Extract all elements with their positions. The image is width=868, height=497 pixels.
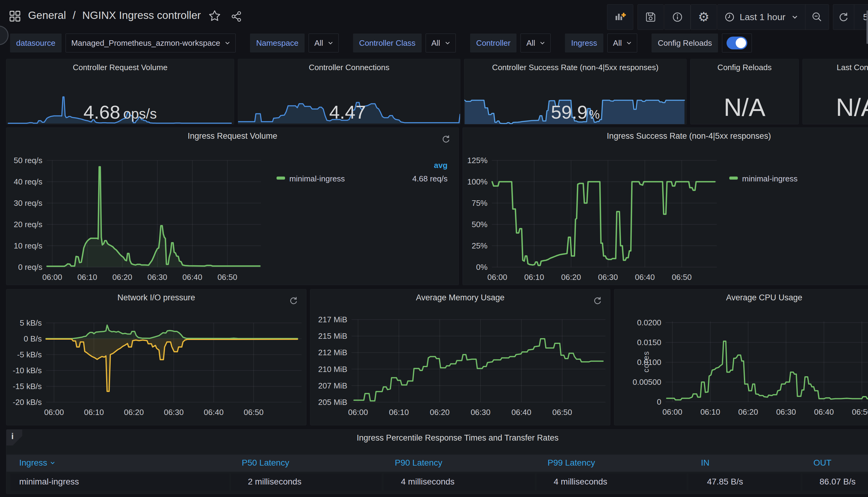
panel-ingress-request-volume[interactable]: 0 req/s10 req/s20 req/s30 req/s40 req/s5…: [6, 127, 459, 285]
column-header-p90[interactable]: P90 Latency: [395, 458, 442, 468]
stat-panel-config-reloads[interactable]: Config Reloads N/A: [690, 59, 799, 124]
svg-text:06:30: 06:30: [147, 273, 167, 282]
grafana-dashboard: General / NGINX Ingress controller: [0, 0, 868, 497]
save-icon: [645, 12, 656, 23]
svg-text:06:40: 06:40: [512, 408, 531, 417]
config-reloads-toggle[interactable]: [722, 33, 752, 53]
magnifier-minus-icon: [812, 12, 823, 23]
cpu-chart: 00.005000.01000.01500.020006:0006:1006:2…: [614, 289, 868, 425]
svg-text:06:10: 06:10: [84, 408, 104, 417]
panel-ingress-success-rate[interactable]: 0%25%50%75%100%125%06:0006:1006:2006:300…: [463, 127, 868, 285]
stat-panel-controller-connections[interactable]: Controller Connections 4.47: [238, 59, 460, 124]
save-dashboard-button[interactable]: [638, 4, 664, 30]
svg-text:06:00: 06:00: [663, 407, 682, 416]
svg-text:06:40: 06:40: [814, 407, 834, 416]
table-header-row: Ingress P50 Latency P90 Latency P99 Late…: [6, 455, 868, 472]
variable-label-controller: Controller: [470, 33, 517, 53]
legend-column-avg[interactable]: avg: [434, 161, 447, 170]
ingress-success-rate-chart: 0%25%50%75%100%125%06:0006:1006:2006:300…: [463, 128, 868, 285]
column-header-p50[interactable]: P50 Latency: [242, 458, 289, 468]
share-icon[interactable]: [231, 11, 242, 22]
svg-text:30 req/s: 30 req/s: [14, 199, 42, 208]
legend-series-label[interactable]: minimal-ingress: [289, 174, 345, 184]
stat-value: 4.68ops/s: [6, 98, 234, 124]
panel-title: Network I/O pressure: [6, 293, 306, 302]
svg-text:210 MiB: 210 MiB: [318, 365, 347, 374]
dashboard-insights-button[interactable]: [664, 4, 691, 30]
svg-text:06:10: 06:10: [77, 273, 97, 282]
chevron-down-icon: [627, 41, 631, 44]
stat-title: Last Config: [803, 63, 868, 72]
svg-text:0 req/s: 0 req/s: [18, 262, 43, 272]
svg-text:06:10: 06:10: [700, 407, 720, 416]
zoom-out-time-button[interactable]: [806, 4, 829, 30]
svg-text:06:40: 06:40: [182, 273, 202, 282]
star-icon[interactable]: [209, 10, 221, 22]
stat-panel-last-config[interactable]: Last Config N/A: [802, 59, 868, 124]
cell-in: 47.85 B/s: [707, 477, 743, 487]
svg-text:0%: 0%: [476, 262, 487, 272]
svg-text:10 req/s: 10 req/s: [14, 241, 42, 250]
controller-class-dropdown[interactable]: All: [426, 33, 456, 53]
datasource-dropdown[interactable]: Managed_Prometheus_azmon-workspace: [66, 33, 236, 53]
panel-title: Average Memory Usage: [310, 293, 610, 302]
svg-text:0.0200: 0.0200: [637, 318, 661, 327]
variables-row: datasource Managed_Prometheus_azmon-work…: [10, 33, 752, 53]
stat-panel-controller-success-rate[interactable]: Controller Success Rate (non-4|5xx respo…: [464, 59, 687, 124]
panel-average-cpu[interactable]: 00.005000.01000.01500.020006:0006:1006:2…: [614, 289, 868, 425]
svg-text:50%: 50%: [472, 220, 487, 229]
cell-p99: 4 milliseconds: [554, 477, 607, 487]
svg-text:-10 kB/s: -10 kB/s: [13, 366, 42, 375]
svg-text:06:40: 06:40: [635, 273, 655, 282]
help-button-partial[interactable]: [0, 26, 9, 45]
variable-label-ingress: Ingress: [565, 33, 603, 53]
add-panel-button[interactable]: [607, 4, 633, 30]
refresh-interval-picker[interactable]: 5s: [854, 4, 868, 30]
panel-network-io-pressure[interactable]: 5 kB/s0 B/s-5 kB/s-10 kB/s-15 kB/s-20 kB…: [6, 289, 307, 425]
controller-dropdown[interactable]: All: [521, 33, 551, 53]
panel-title: Ingress Request Volume: [6, 131, 458, 141]
namespace-dropdown[interactable]: All: [309, 33, 339, 53]
svg-text:06:00: 06:00: [348, 408, 368, 417]
controller-class-value: All: [431, 39, 440, 48]
svg-text:-5 kB/s: -5 kB/s: [17, 350, 42, 359]
page-title: NGINX Ingress controller: [82, 9, 201, 21]
svg-text:5 kB/s: 5 kB/s: [20, 318, 42, 327]
svg-text:06:30: 06:30: [598, 273, 618, 282]
panel-refresh-icon[interactable]: [441, 134, 451, 144]
stat-panel-controller-request-volume[interactable]: Controller Request Volume 4.68ops/s: [6, 59, 234, 124]
ingress-dropdown[interactable]: All: [607, 33, 638, 53]
svg-text:06:20: 06:20: [124, 408, 144, 417]
panel-average-memory[interactable]: 205 MiB207 MiB210 MiB212 MiB215 MiB217 M…: [310, 289, 610, 425]
svg-text:06:00: 06:00: [42, 273, 62, 282]
column-header-in[interactable]: IN: [701, 458, 710, 468]
ingress-value: All: [613, 39, 622, 48]
time-range-picker[interactable]: Last 1 hour: [718, 4, 805, 30]
breadcrumb-separator: /: [73, 9, 76, 21]
info-circle-icon: [672, 12, 683, 23]
panel-ingress-percentiles-table[interactable]: i Ingress Percentile Response Times and …: [6, 429, 868, 494]
svg-text:06:10: 06:10: [524, 273, 544, 282]
column-header-ingress[interactable]: Ingress: [19, 458, 55, 468]
breadcrumb-folder[interactable]: General: [28, 9, 66, 21]
panel-title: Ingress Percentile Response Times and Tr…: [6, 433, 868, 443]
panel-refresh-icon[interactable]: [593, 296, 602, 305]
sort-caret-icon: [50, 461, 55, 464]
svg-text:06:30: 06:30: [776, 407, 796, 416]
legend-series-label[interactable]: minimal-ingress: [742, 174, 798, 184]
refresh-dashboard-button[interactable]: [833, 4, 854, 30]
svg-text:06:10: 06:10: [389, 408, 409, 417]
svg-text:125%: 125%: [467, 156, 488, 165]
column-header-out[interactable]: OUT: [813, 458, 831, 468]
svg-text:25%: 25%: [472, 241, 487, 250]
clock-icon: [724, 12, 735, 22]
panel-refresh-icon[interactable]: [289, 296, 298, 305]
time-range-label: Last 1 hour: [740, 12, 785, 22]
svg-text:06:20: 06:20: [113, 273, 132, 282]
svg-text:0 B/s: 0 B/s: [24, 334, 42, 343]
svg-text:205 MiB: 205 MiB: [318, 398, 347, 407]
dashboard-settings-button[interactable]: ⚙: [691, 4, 717, 30]
apps-grid-icon[interactable]: [9, 10, 21, 22]
scrollbar-thumb[interactable]: [867, 10, 868, 44]
column-header-p99[interactable]: P99 Latency: [547, 458, 595, 468]
